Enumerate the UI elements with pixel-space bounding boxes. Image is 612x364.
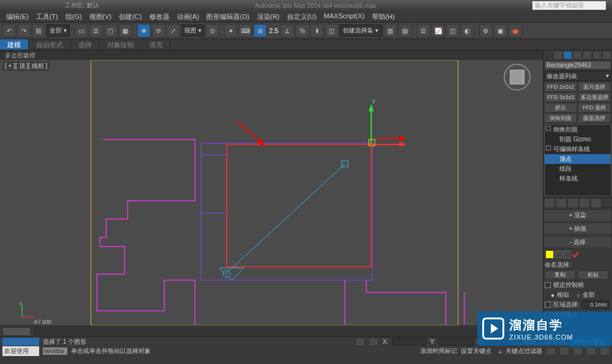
paste-button[interactable]: 粘贴	[578, 270, 608, 280]
menu-view[interactable]: 视图(V)	[86, 11, 116, 22]
stack-spline[interactable]: 样条线	[545, 174, 611, 184]
configure-icon[interactable]	[591, 198, 602, 208]
alike-radio-label[interactable]: 相似	[557, 291, 569, 299]
curve-editor-icon[interactable]: 📈	[431, 24, 445, 37]
undo-icon[interactable]: ↶	[2, 24, 16, 37]
goto-start-icon[interactable]	[559, 347, 569, 355]
menu-create[interactable]: 创建(C)	[115, 11, 145, 22]
keyfilter-button[interactable]: 关键点过滤器	[506, 347, 542, 355]
stack-profile-gizmo[interactable]: 剖面 Gizmo	[545, 135, 611, 144]
mod-btn-polysel[interactable]: 多边形选择	[578, 92, 611, 102]
area-sel-spinner[interactable]: 0.1mm	[582, 300, 609, 309]
create-tab-icon[interactable]	[553, 51, 562, 59]
menu-tools[interactable]: 工具(T)	[32, 11, 62, 22]
setkey-button[interactable]: 设置关键点	[461, 347, 491, 355]
menu-customize[interactable]: 自定义(U)	[283, 11, 320, 22]
all-radio-label[interactable]: 全部	[583, 291, 595, 299]
material-editor-icon[interactable]: ◐	[461, 24, 474, 37]
rollout-interpolation[interactable]: + 插值	[543, 223, 612, 235]
utilities-tab-icon[interactable]	[602, 51, 611, 59]
mod-btn-ffdsel[interactable]: FFD 选择	[578, 103, 611, 113]
modifier-stack[interactable]: 倒角剖面 剖面 Gizmo 可编辑样条线 顶点 线段 样条线	[544, 124, 611, 196]
manipulate-icon[interactable]: ✦	[224, 24, 237, 37]
viewcube[interactable]	[504, 64, 531, 91]
unique-icon[interactable]	[567, 198, 578, 208]
coord-x-field[interactable]	[392, 338, 427, 346]
align-icon[interactable]: ▤	[398, 24, 412, 37]
remove-mod-icon[interactable]	[579, 198, 590, 208]
stack-editable-spline[interactable]: 可编辑样条线	[545, 144, 611, 154]
ribbon-tab-modeling[interactable]: 建模	[0, 39, 29, 50]
spinner-snap-icon[interactable]: ⬍	[310, 24, 324, 37]
refcoord-dropdown[interactable]: 视图 ▾	[181, 24, 204, 37]
modifier-list-dropdown[interactable]: 修改器列表▾	[544, 71, 611, 81]
select-icon[interactable]: ▭	[75, 24, 88, 37]
trackbar-key[interactable]	[2, 338, 39, 346]
selection-filter-dropdown[interactable]: 全部 ▾	[47, 24, 70, 37]
render-icon[interactable]: 🫖	[509, 24, 522, 37]
addtime-label[interactable]: 添加时间标记	[420, 347, 457, 355]
ribbon-tab-populate[interactable]: 填充	[142, 39, 171, 50]
snap-toggle-icon[interactable]: ⊞	[253, 24, 267, 37]
menu-rendering[interactable]: 渲染(R)	[253, 11, 283, 22]
mod-btn-patchsel[interactable]: 面片选择	[578, 82, 611, 92]
layer-icon[interactable]: ☰	[417, 24, 430, 37]
scale-icon[interactable]: ⤢	[166, 24, 180, 37]
angle-snap-icon[interactable]: ∠	[281, 24, 294, 37]
mirror-icon[interactable]: ▥	[384, 24, 397, 37]
menu-group[interactable]: 组(G)	[62, 11, 86, 22]
viewport[interactable]: [ + ][ 顶 ][ 线框 ] y	[0, 60, 543, 325]
ribbon-tab-objectpaint[interactable]: 对象绘制	[100, 39, 142, 50]
menu-grapheditors[interactable]: 图形编辑器(D)	[203, 11, 253, 22]
mod-btn-extrude[interactable]: 挤出	[544, 103, 577, 113]
render-setup-icon[interactable]: ⚙	[479, 24, 493, 37]
pivot-icon[interactable]: ⊙	[206, 24, 219, 37]
copy-button[interactable]: 复制	[545, 270, 575, 280]
schematic-icon[interactable]: ◫	[446, 24, 460, 37]
rollout-rendering[interactable]: + 渲染	[543, 209, 612, 221]
coord-y-field[interactable]	[439, 338, 474, 346]
percent-snap-icon[interactable]: %	[296, 24, 309, 37]
goto-end-icon[interactable]	[600, 347, 610, 355]
lock-handles-checkbox[interactable]	[545, 282, 551, 288]
prev-frame-icon[interactable]	[573, 347, 583, 355]
viewport-label[interactable]: [ + ][ 顶 ][ 线框 ]	[2, 61, 50, 71]
select-region-icon[interactable]: ▢	[104, 24, 118, 37]
menu-animation[interactable]: 动画(A)	[173, 11, 203, 22]
subobj-segment-icon[interactable]	[554, 251, 562, 258]
window-crossing-icon[interactable]: ▦	[119, 24, 132, 37]
ribbon-tab-freeform[interactable]: 自由形式	[29, 39, 71, 50]
mod-btn-ffd3[interactable]: FFD 3x3x3	[544, 92, 577, 102]
mod-btn-bevelprof[interactable]: 倒角剖面	[544, 113, 577, 123]
play-icon[interactable]	[546, 347, 556, 355]
mod-btn-ffd2[interactable]: FFD 2x2x2	[544, 82, 577, 92]
render-frame-icon[interactable]: ▣	[494, 24, 507, 37]
modify-tab-icon[interactable]	[563, 51, 572, 59]
rollout-selection[interactable]: - 选择	[543, 236, 612, 248]
area-sel-checkbox[interactable]	[545, 302, 551, 308]
stack-bevelprofile[interactable]: 倒角剖面	[545, 125, 611, 135]
subobj-vertex-icon[interactable]	[546, 251, 553, 258]
show-end-icon[interactable]	[556, 198, 567, 208]
motion-tab-icon[interactable]	[583, 51, 592, 59]
maxscript-listener[interactable]: MAXScr	[43, 347, 67, 355]
search-input[interactable]: 输入关键字或短语	[532, 1, 606, 10]
stack-segment[interactable]: 线段	[545, 164, 611, 174]
menu-maxscript[interactable]: MAXScript(X)	[320, 11, 368, 22]
keyboard-shortcut-icon[interactable]: ⌨	[239, 24, 252, 37]
lock-selection-icon[interactable]	[356, 338, 365, 346]
display-tab-icon[interactable]	[592, 51, 602, 59]
workspace-label[interactable]: 工作区: 默认	[65, 1, 99, 10]
redo-icon[interactable]: ↷	[17, 24, 31, 37]
mod-btn-surfsel[interactable]: 曲面选择	[578, 113, 611, 123]
move-icon[interactable]: ✥	[137, 24, 151, 37]
isolate-icon[interactable]	[369, 338, 379, 346]
rotate-icon[interactable]: ⟳	[152, 24, 165, 37]
menu-modifiers[interactable]: 修改器	[146, 11, 173, 22]
link-icon[interactable]: ⛓	[32, 24, 45, 37]
select-name-icon[interactable]: ☰	[89, 24, 103, 37]
pin-stack-icon[interactable]	[544, 198, 555, 208]
edged-faces-icon[interactable]: ◫	[325, 24, 338, 37]
next-frame-icon[interactable]	[586, 347, 596, 355]
object-name-field[interactable]: Rectangle29463	[544, 61, 611, 70]
